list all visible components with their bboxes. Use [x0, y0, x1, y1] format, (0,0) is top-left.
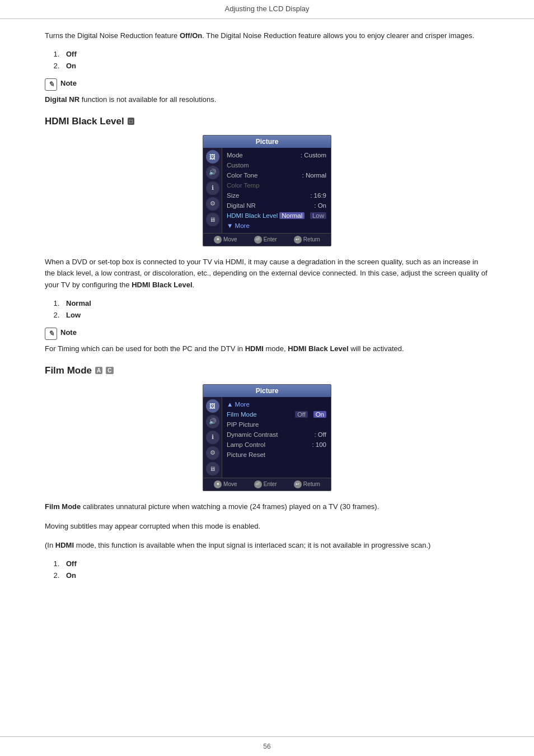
hdmi-description: When a DVD or set-top box is connected t…	[45, 256, 489, 291]
list-item: On	[62, 571, 489, 580]
osd-row: Custom	[227, 160, 326, 170]
note2-text1: For Timing which can be used for both th…	[45, 344, 245, 353]
osd-row-more-up: ▲ More	[227, 399, 326, 409]
film-badge-c: C	[106, 367, 113, 374]
film-section-heading: Film Mode A C	[45, 365, 489, 376]
film-desc2: Moving subtitles may appear corrupted wh…	[45, 521, 489, 533]
hdmi-desc-text: When a DVD or set-top box is connected t…	[45, 258, 488, 290]
footer-return-film: ↩ Return	[294, 480, 320, 488]
page-container: Adjusting the LCD Display Turns the Digi…	[0, 0, 534, 756]
hdmi-section-heading: HDMI Black Level □	[45, 116, 489, 127]
hdmi-badge: □	[128, 118, 134, 125]
page-number: 56	[263, 743, 270, 750]
footer-enter-label: Enter	[264, 236, 277, 242]
page-header: Adjusting the LCD Display	[0, 0, 534, 19]
page-title: Adjusting the LCD Display	[224, 4, 309, 13]
note2-bold1: HDMI	[245, 344, 264, 353]
osd-row: Size: 16:9	[227, 190, 326, 200]
osd-footer-hdmi: ✦ Move ⏎ Enter ↩ Return	[203, 233, 331, 246]
enter-icon-film: ⏎	[254, 480, 262, 488]
film-desc1-bold: Film Mode	[45, 502, 81, 511]
film-desc1: Film Mode calibrates unnatural picture w…	[45, 501, 489, 513]
osd-icon-info: ℹ	[206, 181, 219, 195]
enter-icon: ⏎	[254, 236, 262, 244]
note-text-1: Note	[60, 78, 77, 89]
option-normal: Normal	[66, 299, 91, 307]
note-icon-1: ✎	[45, 78, 57, 91]
osd-row: Dynamic Contrast: Off	[227, 430, 326, 440]
osd-row: Lamp Control: 100	[227, 440, 326, 450]
footer-move-label-film: Move	[223, 481, 237, 487]
option-low: Low	[66, 311, 81, 319]
osd-row-hdmi-black: HDMI Black Level Normal Low	[227, 211, 326, 221]
film-heading-text: Film Mode	[45, 365, 92, 376]
list-item: On	[62, 62, 489, 70]
hdmi-options: Normal Low	[62, 299, 489, 319]
film-desc3: (In HDMI mode, this function is availabl…	[45, 540, 489, 552]
note-icon-2: ✎	[45, 328, 57, 340]
osd-icon-picture: 🖼	[206, 150, 219, 164]
footer-move: ✦ Move	[214, 236, 237, 244]
intro-bold: Off/On	[180, 31, 202, 40]
note-box-1: ✎ Note	[45, 78, 489, 91]
list-item: Low	[62, 311, 489, 319]
list-item: Off	[62, 50, 489, 58]
osd-icon-display: 🖥	[206, 213, 219, 226]
note1-body: Digital NR function is not available for…	[45, 94, 489, 106]
footer-return: ↩ Return	[294, 236, 320, 244]
osd-icon-audio-film: 🔊	[206, 415, 219, 428]
option-on-film: On	[66, 571, 76, 580]
hdmi-desc-bold: HDMI Black Level	[132, 281, 192, 289]
osd-menu-film: Picture 🖼 🔊 ℹ ⚙ 🖥 ▲ More Film Mode	[203, 384, 331, 491]
osd-wrapper-hdmi: Picture 🖼 🔊 ℹ ⚙ 🖥 Mode: Custom Custom Co…	[45, 135, 489, 246]
osd-wrapper-film: Picture 🖼 🔊 ℹ ⚙ 🖥 ▲ More Film Mode	[45, 384, 489, 491]
list-item: Off	[62, 559, 489, 568]
osd-icon-audio: 🔊	[206, 166, 219, 179]
osd-body-hdmi: 🖼 🔊 ℹ ⚙ 🖥 Mode: Custom Custom Color Tone…	[203, 148, 331, 233]
digital-nr-options: Off On	[62, 50, 489, 70]
osd-items-film: ▲ More Film Mode Off On PIP Picture Dyna…	[222, 397, 331, 478]
footer-enter-label-film: Enter	[264, 481, 277, 487]
osd-icon-settings: ⚙	[206, 197, 219, 211]
osd-menu-hdmi: Picture 🖼 🔊 ℹ ⚙ 🖥 Mode: Custom Custom Co…	[203, 135, 331, 246]
footer-enter-film: ⏎ Enter	[254, 480, 277, 488]
list-item: Normal	[62, 299, 489, 307]
move-icon: ✦	[214, 236, 222, 244]
osd-row: Mode: Custom	[227, 150, 326, 160]
note-label-2: Note	[60, 328, 77, 337]
note1-bold: Digital NR	[45, 95, 79, 104]
osd-row-film-mode: Film Mode Off On	[227, 409, 326, 419]
return-icon-film: ↩	[294, 480, 302, 488]
osd-title-film: Picture	[203, 385, 331, 397]
osd-items-hdmi: Mode: Custom Custom Color Tone: Normal C…	[222, 148, 331, 233]
hdmi-heading-text: HDMI Black Level	[45, 116, 124, 127]
intro-text1: Turns the Digital Noise Reduction featur…	[45, 31, 180, 40]
osd-row: Digital NR: On	[227, 200, 326, 211]
note2-body: For Timing which can be used for both th…	[45, 343, 489, 355]
footer-move-label: Move	[223, 236, 237, 242]
footer-return-label-film: Return	[303, 481, 320, 487]
osd-title-hdmi: Picture	[203, 136, 331, 148]
osd-icon-settings-film: ⚙	[206, 446, 219, 460]
osd-footer-film: ✦ Move ⏎ Enter ↩ Return	[203, 478, 331, 491]
footer-move-film: ✦ Move	[214, 480, 237, 488]
intro-text2: . The Digital Noise Reduction feature al…	[202, 31, 474, 40]
osd-row: Color Tone: Normal	[227, 170, 326, 180]
film-desc1-text: calibrates unnatural picture when watchi…	[81, 502, 379, 511]
page-footer: 56	[0, 736, 534, 756]
film-badge-a: A	[95, 367, 102, 374]
return-icon: ↩	[294, 236, 302, 244]
osd-icon-display-film: 🖥	[206, 462, 219, 475]
option-on: On	[66, 62, 76, 70]
option-off: Off	[66, 50, 77, 58]
move-icon-film: ✦	[214, 480, 222, 488]
osd-body-film: 🖼 🔊 ℹ ⚙ 🖥 ▲ More Film Mode Off	[203, 397, 331, 478]
osd-row: Picture Reset	[227, 450, 326, 460]
note1-rest: function is not available for all resolu…	[82, 95, 217, 104]
osd-row: Color Temp	[227, 180, 326, 190]
osd-icon-picture-film: 🖼	[206, 399, 219, 413]
osd-row-more: ▼ More	[227, 221, 326, 231]
osd-icon-info-film: ℹ	[206, 431, 219, 444]
film-options: Off On	[62, 559, 489, 580]
film-desc3-bold: HDMI	[55, 541, 74, 549]
